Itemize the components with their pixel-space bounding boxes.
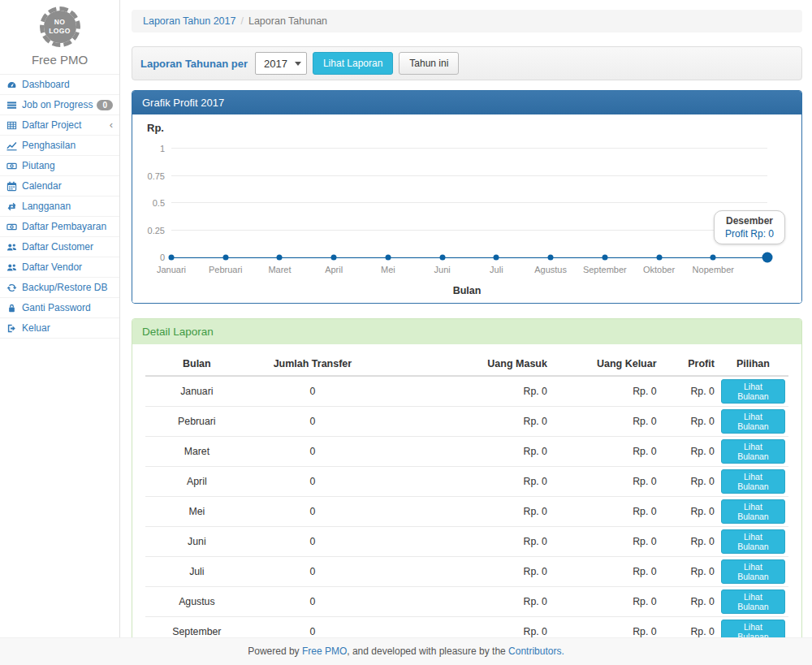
footer-text-middle: , and developed with pleasure by the xyxy=(347,646,508,657)
lihat-bulanan-button[interactable]: Lihat Bulanan xyxy=(721,409,785,434)
data-point-desember[interactable] xyxy=(762,253,773,263)
sidebar-item-label: Penghasilan xyxy=(22,140,76,151)
calendar-icon xyxy=(6,181,18,192)
sidebar-item-keluar[interactable]: Keluar xyxy=(0,318,119,339)
x-tick-label: Juli xyxy=(490,265,503,274)
sidebar-item-label: Daftar Project xyxy=(22,119,81,131)
brand-name: Free PMO xyxy=(0,53,119,67)
cell-pilihan: Lihat Bulanan xyxy=(718,557,788,587)
data-point-januari[interactable] xyxy=(169,255,175,261)
x-tick-label: Nopember xyxy=(693,265,734,274)
lihat-bulanan-button[interactable]: Lihat Bulanan xyxy=(721,469,785,494)
progress-count-badge: 0 xyxy=(97,100,113,110)
x-tick-label: Juni xyxy=(434,265,451,274)
cell-jumlah: 0 xyxy=(248,437,377,467)
y-axis-label: Rp. xyxy=(147,122,164,134)
x-tick-label: September xyxy=(583,265,627,274)
cell-jumlah: 0 xyxy=(248,407,377,437)
data-point-april[interactable] xyxy=(331,255,337,261)
breadcrumb: Laporan Tahun 2017/Laporan Tahunan xyxy=(132,10,802,32)
sidebar-item-label: Dashboard xyxy=(22,79,70,90)
sidebar-item-daftar-project[interactable]: Daftar Project‹ xyxy=(0,115,119,136)
table-row: Pebruari0Rp. 0Rp. 0Rp. 0Lihat Bulanan xyxy=(145,407,788,437)
cell-pilihan: Lihat Bulanan xyxy=(718,527,788,557)
sidebar-item-calendar[interactable]: Calendar xyxy=(0,176,119,196)
lihat-bulanan-button[interactable]: Lihat Bulanan xyxy=(721,529,785,554)
data-point-juli[interactable] xyxy=(494,255,499,261)
tahun-ini-button[interactable]: Tahun ini xyxy=(399,52,459,75)
cell-jumlah: 0 xyxy=(248,376,377,407)
cell-keluar: Rp. 0 xyxy=(551,437,660,467)
contributors-link[interactable]: Contributors. xyxy=(508,646,564,657)
sidebar-item-piutang[interactable]: Piutang xyxy=(0,156,119,176)
breadcrumb-separator: / xyxy=(240,15,243,27)
x-axis-labels: JanuariPebruariMaretAprilMeiJuniJuliAgus… xyxy=(171,265,767,275)
col-header-profit: Profit xyxy=(660,352,718,376)
sidebar-item-daftar-vendor[interactable]: Daftar Vendor xyxy=(0,257,119,278)
y-tick-label: 0.25 xyxy=(148,226,165,235)
cell-bulan: Juni xyxy=(145,527,248,557)
sidebar-item-dashboard[interactable]: Dashboard xyxy=(0,75,119,95)
lihat-bulanan-button[interactable]: Lihat Bulanan xyxy=(721,379,785,404)
cell-keluar: Rp. 0 xyxy=(551,497,660,527)
gridline xyxy=(171,230,767,231)
cell-bulan: Mei xyxy=(145,497,248,527)
report-table-body: Januari0Rp. 0Rp. 0Rp. 0Lihat BulananPebr… xyxy=(145,376,788,665)
tooltip-month: Desember xyxy=(725,215,774,227)
profit-chart-panel: Grafik Profit 2017 Rp. 00.250.50.751 Jan… xyxy=(132,90,802,304)
cell-jumlah: 0 xyxy=(248,557,377,587)
sign-out-icon xyxy=(6,323,18,334)
data-point-juni[interactable] xyxy=(439,255,445,261)
logo-text: NO LOGO xyxy=(47,18,73,35)
main-content: Laporan Tahun 2017/Laporan Tahunan Lapor… xyxy=(121,0,812,665)
cell-profit: Rp. 0 xyxy=(660,527,718,557)
data-point-september[interactable] xyxy=(602,255,607,261)
sidebar-item-backup-restore-db[interactable]: Backup/Restore DB xyxy=(0,278,119,298)
cell-keluar: Rp. 0 xyxy=(551,587,660,617)
sidebar-item-job-on-progress[interactable]: Job on Progress0 xyxy=(0,95,119,115)
lihat-bulanan-button[interactable]: Lihat Bulanan xyxy=(721,499,785,524)
cell-masuk: Rp. 0 xyxy=(377,587,551,617)
x-tick-label: Mei xyxy=(381,265,395,274)
gridline xyxy=(171,148,767,149)
free-pmo-link[interactable]: Free PMO xyxy=(302,646,347,657)
sidebar-item-daftar-customer[interactable]: Daftar Customer xyxy=(0,237,119,257)
lihat-bulanan-button[interactable]: Lihat Bulanan xyxy=(721,589,785,614)
sidebar-item-ganti-password[interactable]: Ganti Password xyxy=(0,298,119,318)
sidebar-item-penghasilan[interactable]: Penghasilan xyxy=(0,136,119,156)
cell-jumlah: 0 xyxy=(248,527,377,557)
chevron-down-icon xyxy=(295,62,301,66)
data-point-oktober[interactable] xyxy=(656,255,662,261)
lihat-laporan-button[interactable]: Lihat Laporan xyxy=(313,52,393,75)
data-point-maret[interactable] xyxy=(277,255,283,261)
table-row: Mei0Rp. 0Rp. 0Rp. 0Lihat Bulanan xyxy=(145,497,788,527)
cell-pilihan: Lihat Bulanan xyxy=(718,467,788,497)
sidebar-item-label: Langganan xyxy=(22,201,71,212)
refresh-icon xyxy=(6,283,18,293)
sidebar-item-daftar-pembayaran[interactable]: Daftar Pembayaran xyxy=(0,217,119,237)
gridline xyxy=(171,202,767,203)
lihat-bulanan-button[interactable]: Lihat Bulanan xyxy=(721,439,785,464)
cell-profit: Rp. 0 xyxy=(660,587,718,617)
cell-masuk: Rp. 0 xyxy=(377,527,551,557)
data-point-mei[interactable] xyxy=(385,255,391,261)
year-select[interactable]: 2017 xyxy=(255,52,307,75)
sidebar-item-langganan[interactable]: Langganan xyxy=(0,196,119,217)
lihat-bulanan-button[interactable]: Lihat Bulanan xyxy=(721,559,785,584)
detail-report-panel: Detail Laporan Bulan Jumlah Transfer Uan… xyxy=(132,318,802,665)
data-point-agustus[interactable] xyxy=(548,255,554,261)
cell-profit: Rp. 0 xyxy=(660,497,718,527)
sidebar-item-label: Daftar Pembayaran xyxy=(22,221,106,232)
cell-profit: Rp. 0 xyxy=(660,407,718,437)
col-header-keluar: Uang Keluar xyxy=(551,352,660,376)
x-tick-label: Agustus xyxy=(534,265,567,274)
data-point-nopember[interactable] xyxy=(710,255,716,261)
data-point-pebruari[interactable] xyxy=(222,255,228,261)
table-row: Agustus0Rp. 0Rp. 0Rp. 0Lihat Bulanan xyxy=(145,587,788,617)
cell-bulan: Juli xyxy=(145,557,248,587)
list-icon xyxy=(6,100,18,110)
y-tick-label: 0.5 xyxy=(153,198,165,208)
chevron-left-icon: ‹ xyxy=(110,121,113,129)
breadcrumb-link[interactable]: Laporan Tahun 2017 xyxy=(143,15,235,27)
sidebar-item-label: Piutang xyxy=(22,160,55,171)
